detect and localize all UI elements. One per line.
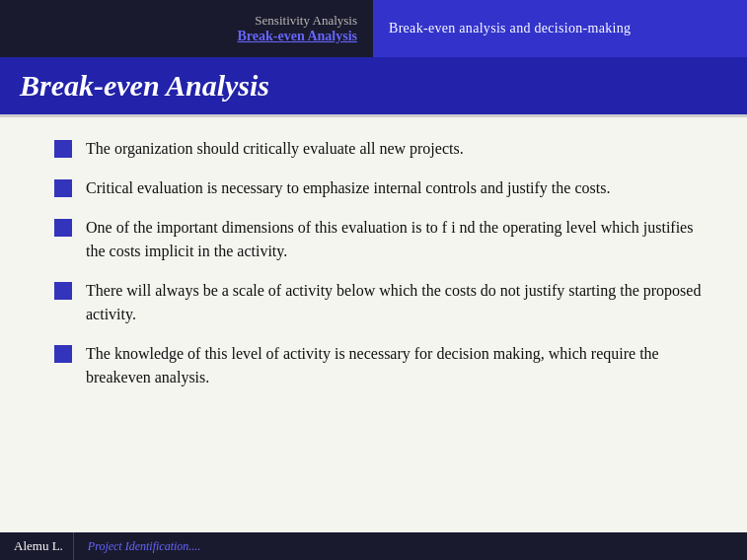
nav-breakeven-label[interactable]: Break-even Analysis (12, 29, 361, 44)
nav-right-title: Break-even analysis and decision-making (389, 21, 631, 36)
page-title: Break-even Analysis (20, 69, 727, 103)
bullet-icon (54, 345, 72, 363)
bullet-list: The organization should critically evalu… (54, 137, 708, 389)
list-item: The organization should critically evalu… (54, 137, 708, 161)
bottom-status-bar: Alemu L. Project Identification.... (0, 532, 747, 560)
bullet-text: Critical evaluation is necessary to emph… (86, 176, 708, 200)
list-item: Critical evaluation is necessary to emph… (54, 176, 708, 200)
author-label: Alemu L. (0, 532, 74, 560)
bullet-icon (54, 282, 72, 300)
bullet-text: The organization should critically evalu… (86, 137, 708, 161)
top-navigation: Sensitivity Analysis Break-even Analysis… (0, 0, 747, 57)
nav-left-panel: Sensitivity Analysis Break-even Analysis (0, 0, 373, 57)
bullet-text: The knowledge of this level of activity … (86, 342, 708, 389)
list-item: The knowledge of this level of activity … (54, 342, 708, 389)
nav-right-panel: Break-even analysis and decision-making (373, 0, 747, 57)
bullet-icon (54, 140, 72, 158)
section-title-bar: Break-even Analysis (0, 57, 747, 114)
bullet-icon (54, 219, 72, 237)
main-content: The organization should critically evalu… (0, 117, 747, 415)
doc-title-label: Project Identification.... (74, 539, 215, 554)
list-item: One of the important dimensions of this … (54, 216, 708, 263)
bullet-text: There will always be a scale of activity… (86, 279, 708, 326)
bullet-text: One of the important dimensions of this … (86, 216, 708, 263)
nav-sensitivity-label: Sensitivity Analysis (12, 13, 361, 29)
bullet-icon (54, 179, 72, 197)
list-item: There will always be a scale of activity… (54, 279, 708, 326)
